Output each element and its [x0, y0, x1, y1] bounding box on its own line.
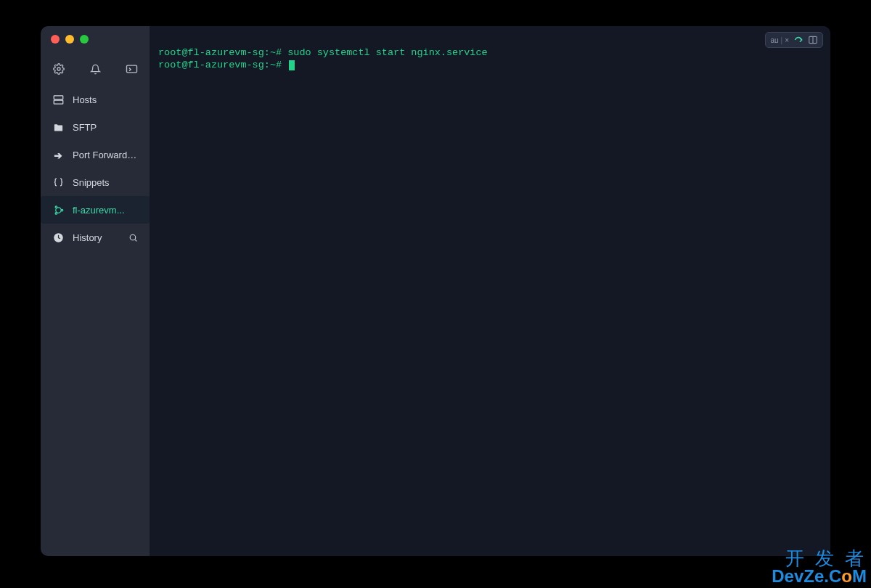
svg-line-12 [135, 240, 136, 241]
svg-point-11 [130, 234, 136, 240]
close-window-button[interactable] [51, 35, 60, 44]
sidebar: Hosts SFTP Port Forwarding Snippets [41, 26, 150, 556]
sidebar-item-snippets[interactable]: Snippets [41, 168, 150, 196]
sidebar-top-icons [41, 49, 150, 86]
server-icon [52, 94, 64, 105]
split-pane-icon[interactable] [808, 35, 818, 45]
terminal-line: root@fl-azurevm-sg:~# [158, 59, 822, 71]
bell-icon[interactable] [89, 62, 102, 75]
badge-close: × [785, 36, 789, 44]
sidebar-item-label: SFTP [73, 122, 138, 133]
svg-rect-1 [126, 65, 136, 73]
folder-icon [52, 121, 64, 133]
app-window: Hosts SFTP Port Forwarding Snippets [41, 26, 830, 556]
terminal-line: root@fl-azurevm-sg:~# sudo systemctl sta… [158, 46, 822, 59]
clock-icon [52, 232, 64, 243]
search-icon[interactable] [128, 232, 138, 242]
terminal-output[interactable]: root@fl-azurevm-sg:~# sudo systemctl sta… [150, 26, 830, 80]
terminal-toolbar: au | × [765, 32, 823, 48]
svg-point-0 [57, 68, 60, 70]
sidebar-item-sftp[interactable]: SFTP [41, 113, 150, 141]
sidebar-item-label: Port Forwarding [73, 150, 138, 160]
sidebar-item-history[interactable]: History [41, 224, 150, 251]
sidebar-item-connection[interactable]: fl-azurevm... [41, 196, 150, 224]
svg-point-9 [55, 212, 57, 214]
svg-point-7 [61, 209, 63, 211]
badge-text: au [770, 36, 778, 44]
forward-icon [52, 149, 64, 160]
sidebar-item-label: Hosts [73, 94, 138, 105]
minimize-window-button[interactable] [65, 35, 74, 44]
watermark-line2: DevZe.CoM [772, 568, 867, 585]
share-icon[interactable] [793, 35, 803, 45]
terminal-icon[interactable] [125, 62, 138, 75]
svg-rect-3 [54, 100, 63, 104]
window-controls [41, 26, 150, 49]
gear-icon[interactable] [52, 62, 65, 75]
sidebar-item-label: History [73, 232, 119, 243]
ubuntu-icon [52, 204, 64, 216]
braces-icon [52, 176, 64, 188]
terminal-pane: au | × root@fl-azurevm-sg:~# sudo system… [150, 26, 830, 556]
sidebar-item-port-forwarding[interactable]: Port Forwarding [41, 141, 150, 168]
sidebar-item-label: Snippets [73, 177, 138, 188]
encoding-badge[interactable]: au | × [770, 36, 789, 44]
maximize-window-button[interactable] [80, 35, 89, 44]
sidebar-item-label: fl-azurevm... [73, 205, 138, 216]
sidebar-nav: Hosts SFTP Port Forwarding Snippets [41, 86, 150, 251]
sidebar-item-hosts[interactable]: Hosts [41, 86, 150, 113]
terminal-cursor [289, 60, 295, 70]
svg-point-8 [55, 205, 57, 208]
svg-rect-2 [54, 95, 63, 99]
